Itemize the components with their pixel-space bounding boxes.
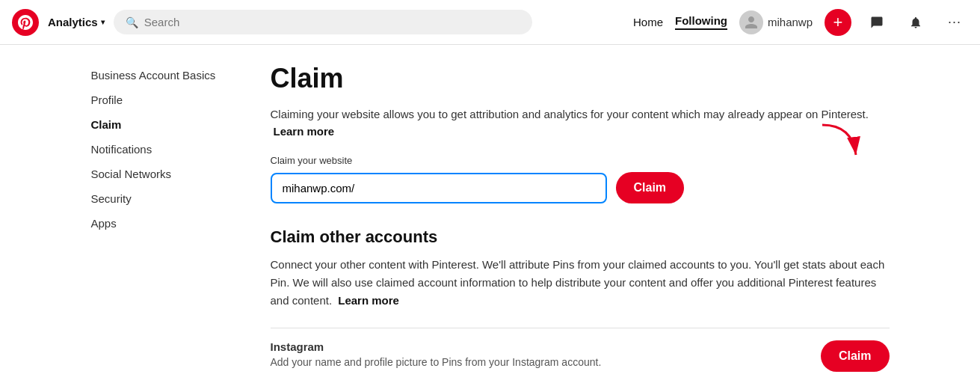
page-title: Claim [271, 63, 890, 94]
instagram-info: Instagram Add your name and profile pict… [271, 340, 602, 368]
sidebar-item-profile[interactable]: Profile [91, 88, 241, 112]
instagram-name: Instagram [271, 340, 602, 353]
avatar [739, 10, 763, 34]
nav-home[interactable]: Home [633, 16, 663, 28]
sidebar-item-notifications[interactable]: Notifications [91, 137, 241, 162]
header: Analytics ▾ 🔍 Home Following mihanwp + [0, 0, 980, 45]
username-label: mihanwp [768, 16, 813, 28]
sidebar-item-business-basics[interactable]: Business Account Basics [91, 63, 241, 88]
sidebar-item-social-networks[interactable]: Social Networks [91, 162, 241, 186]
chevron-down-icon: ▾ [101, 18, 105, 26]
claim-other-accounts-title: Claim other accounts [271, 227, 890, 247]
sidebar-item-security[interactable]: Security [91, 186, 241, 211]
claim-input-row: Claim [271, 172, 890, 203]
instagram-desc: Add your name and profile picture to Pin… [271, 356, 602, 368]
claim-instagram-button[interactable]: Claim [821, 340, 890, 372]
search-input[interactable] [144, 16, 520, 28]
learn-more-link-2[interactable]: Learn more [338, 294, 399, 307]
website-input[interactable] [271, 173, 607, 203]
user-section[interactable]: mihanwp [739, 10, 813, 34]
analytics-label: Analytics [48, 16, 98, 28]
more-button[interactable]: ··· [941, 9, 968, 36]
content: Claim Claiming your website allows you t… [271, 63, 890, 384]
search-icon: 🔍 [126, 16, 138, 28]
claim-website-button[interactable]: Claim [616, 172, 685, 203]
nav-following[interactable]: Following [675, 14, 727, 30]
add-button[interactable]: + [825, 9, 851, 36]
claim-description: Claiming your website allows you to get … [271, 106, 890, 140]
notifications-button[interactable] [902, 9, 929, 36]
claim-website-label: Claim your website [271, 155, 890, 166]
learn-more-link-1[interactable]: Learn more [274, 125, 335, 138]
search-bar: 🔍 [114, 10, 532, 34]
analytics-button[interactable]: Analytics ▾ [48, 16, 105, 28]
sidebar-item-claim[interactable]: Claim [91, 112, 241, 137]
pinterest-logo[interactable] [12, 9, 39, 36]
more-icon: ··· [948, 14, 961, 30]
sidebar-item-apps[interactable]: Apps [91, 211, 241, 236]
sidebar: Business Account Basics Profile Claim No… [91, 63, 241, 384]
instagram-row: Instagram Add your name and profile pict… [271, 328, 890, 384]
main-container: Business Account Basics Profile Claim No… [79, 45, 902, 389]
messages-button[interactable] [863, 9, 890, 36]
header-right: Home Following mihanwp + ··· [633, 9, 968, 36]
claim-other-accounts-desc: Connect your other content with Pinteres… [271, 256, 890, 310]
